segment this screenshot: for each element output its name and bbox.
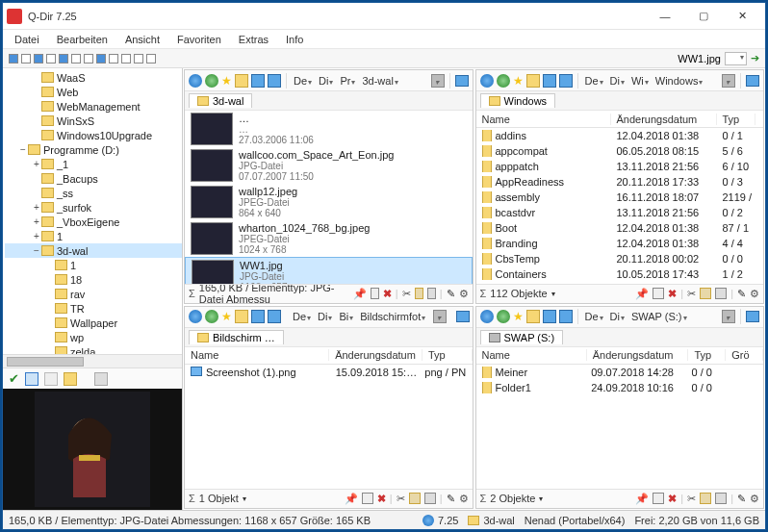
filter-icon[interactable] [653,493,664,504]
folder-icon[interactable] [526,74,540,88]
path-dropdown[interactable]: 3d-wal [360,75,399,87]
back-icon[interactable] [189,310,202,323]
tree-item[interactable]: −3d-wal [5,243,182,258]
list-row[interactable]: appcompat06.05.2018 08:155 / 6 [476,143,764,159]
check-icon[interactable]: ✔ [9,371,19,386]
view-icon[interactable] [543,74,556,88]
tree-item[interactable]: +_1 [5,157,182,171]
list-row[interactable]: Meiner09.07.2018 14:280 / 0 [476,365,764,380]
view-icon[interactable] [251,310,265,323]
path-dropdown[interactable]: Windows [653,75,705,87]
tree-item[interactable]: −Programme (D:) [5,142,182,157]
edit-icon[interactable]: ✎ [447,493,455,505]
monitor-icon[interactable] [455,75,469,87]
favorite-icon[interactable]: ★ [221,74,232,88]
menu-datei[interactable]: Datei [7,32,47,47]
tool-icon[interactable] [44,372,58,386]
tree-item[interactable]: Wallpaper [5,316,182,330]
view-icon[interactable] [251,74,265,88]
forward-icon[interactable] [205,310,218,323]
drive-dropdown[interactable]: Di [608,75,627,87]
settings-icon[interactable]: ⚙ [750,288,759,300]
list-row[interactable]: AppReadiness20.11.2018 17:330 / 3 [476,174,764,190]
tool-icon[interactable] [64,372,77,386]
file-item[interactable]: WW1.jpgJPG-Datei1168 x 657 [185,257,473,284]
copy-icon[interactable] [700,493,711,504]
back-icon[interactable] [480,74,494,88]
copy-icon[interactable] [700,288,711,299]
pin-icon[interactable]: 📌 [345,493,358,505]
list-row[interactable]: Boot12.04.2018 01:3887 / 1 [476,220,764,236]
tree-item[interactable]: +_VboxEigene [5,215,182,229]
back-icon[interactable] [480,310,494,323]
favorite-icon[interactable]: ★ [513,310,524,323]
list-row[interactable]: assembly16.11.2018 18:072119 / [476,190,764,205]
paste-icon[interactable] [427,288,436,299]
view-icon[interactable] [559,74,573,88]
menu-bearbeiten[interactable]: Bearbeiten [49,32,115,47]
favorite-icon[interactable]: ★ [221,310,232,323]
folder-icon[interactable] [235,74,248,88]
pin-icon[interactable]: 📌 [353,288,367,300]
list-row[interactable]: addins12.04.2018 01:380 / 1 [476,128,764,143]
disk-icon[interactable] [722,74,735,88]
pane3-tab[interactable]: Bildschirm … [189,330,284,344]
pane4-body[interactable]: Name Änderungsdatum Typ Grö Meiner09.07.… [476,347,764,489]
settings-icon[interactable]: ⚙ [750,493,759,505]
edit-icon[interactable]: ✎ [737,288,746,300]
tree-item[interactable]: rav [5,287,182,301]
monitor-icon[interactable] [746,311,759,322]
edit-icon[interactable]: ✎ [737,493,746,505]
pane1-tab[interactable]: 3d-wal [189,93,252,108]
menu-favoriten[interactable]: Favoriten [169,32,229,47]
layout-presets[interactable] [9,54,156,63]
folder-tree[interactable]: WaaSWebWebManagementWinSxSWindows10Upgra… [3,68,182,354]
minimize-button[interactable]: — [646,5,684,28]
maximize-button[interactable]: ▢ [684,5,723,28]
drive-dropdown[interactable]: De [583,75,605,87]
disk-icon[interactable] [431,74,445,88]
file-item[interactable]: ……27.03.2006 11:06 [185,111,473,147]
close-icon[interactable]: ✖ [383,288,392,300]
file-item[interactable]: wallcoo.com_Space_Art_Eon.jpgJPG-Datei07… [185,147,473,184]
settings-icon[interactable]: ⚙ [459,493,469,505]
globe-icon[interactable] [422,515,434,526]
favorite-icon[interactable]: ★ [513,74,524,88]
list-row[interactable]: bcastdvr13.11.2018 21:560 / 2 [476,205,764,220]
tree-item[interactable]: +_surfok [5,200,182,215]
tree-item[interactable]: TR [5,301,182,316]
list-row[interactable]: CbsTemp20.11.2018 00:020 / 0 [476,251,764,266]
view-icon[interactable] [268,310,281,323]
magnifier-icon[interactable] [25,372,38,386]
view-icon[interactable] [559,310,573,323]
address-dropdown[interactable] [725,52,747,65]
menu-info[interactable]: Info [278,32,311,47]
pin-icon[interactable]: 📌 [635,288,649,300]
tree-item[interactable]: zelda [5,344,182,354]
tree-item[interactable]: WaaS [5,70,182,85]
list-row[interactable]: Folder124.09.2018 10:160 / 0 [476,380,764,395]
drive-dropdown[interactable]: Pr [338,75,357,87]
list-row[interactable]: Containers10.05.2018 17:431 / 2 [476,266,764,282]
list-row[interactable]: CSC22.02.2018 12:340 / 0 [476,282,764,284]
pin-icon[interactable]: 📌 [635,493,649,505]
tree-item[interactable]: WinSxS [5,114,182,128]
tree-item[interactable]: _ss [5,186,182,200]
close-icon[interactable]: ✖ [668,493,677,505]
tree-item[interactable]: _Bacups [5,171,182,186]
list-row[interactable]: Screenshot (1).png15.09.2018 15:41png / … [185,365,473,380]
forward-icon[interactable] [497,74,510,88]
edit-icon[interactable]: ✎ [447,288,455,300]
tree-item[interactable]: Windows10Upgrade [5,128,182,142]
file-item[interactable]: wallp12.jpegJPEG-Datei864 x 640 [185,184,473,220]
tool-icon[interactable] [94,372,108,386]
filter-icon[interactable] [371,288,379,299]
pane2-body[interactable]: Name Änderungsdatum Typ addins12.04.2018… [476,111,764,284]
drive-dropdown[interactable]: De [292,75,314,87]
forward-icon[interactable] [205,74,218,88]
paste-icon[interactable] [715,493,727,504]
pane2-tab[interactable]: Windows [480,93,556,108]
drive-dropdown[interactable]: Di [317,75,335,87]
paste-icon[interactable] [424,493,436,504]
cut-icon[interactable]: ✂ [687,493,696,505]
